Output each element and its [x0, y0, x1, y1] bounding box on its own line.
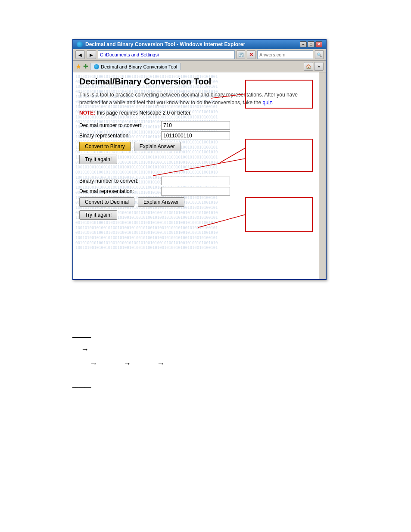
title-bar-left: Decimal and Binary Conversion Tool - Win… [77, 41, 245, 47]
close-button[interactable]: ✕ [315, 41, 322, 47]
favorites-star-icon[interactable]: ★ [75, 62, 81, 71]
minimize-button[interactable]: − [300, 41, 307, 47]
more-button[interactable]: » [314, 62, 324, 71]
quiz-link[interactable]: quiz [263, 100, 272, 106]
tab-label: Decimal and Binary Conversion Tool [101, 64, 177, 69]
decimal-input[interactable] [161, 121, 230, 130]
decimal-rep-input[interactable] [161, 187, 230, 196]
ie-icon [77, 41, 83, 47]
go-button[interactable]: 🔄 [237, 50, 245, 59]
explain-answer-button-2[interactable]: Explain Answer [138, 197, 184, 207]
forward-button[interactable]: ▶ [87, 50, 96, 59]
description-text: This is a tool to practice converting be… [79, 91, 320, 106]
arrow-multi-3: → [157, 359, 165, 368]
decimal-field-row: Decimal number to convert: [79, 121, 320, 130]
toolbar-row: ★ ✚ Decimal and Binary Conversion Tool 🏠… [73, 61, 326, 72]
back-button[interactable]: ◀ [75, 50, 85, 59]
below-browser-content: ______ → → → → ______ [72, 332, 331, 388]
browser-tab[interactable]: Decimal and Binary Conversion Tool [90, 63, 181, 70]
scrollbar[interactable] [319, 72, 326, 279]
content-inner: Decimal/Binary Conversion Tool This is a… [79, 77, 320, 224]
search-button[interactable]: 🔍 [315, 50, 324, 59]
note-line: NOTE: this page requires Netscape 2.0 or… [79, 110, 320, 116]
title-bar-buttons: − □ ✕ [300, 41, 322, 47]
search-input[interactable] [257, 50, 313, 59]
address-bar: ◀ ▶ C:\Documents and Settings\ 🔄 ✕ 🔍 [73, 49, 326, 61]
underline-2: ______ [72, 381, 331, 388]
binary-input-field-row: Binary number to convert: [79, 177, 320, 185]
address-input[interactable]: C:\Documents and Settings\ [98, 50, 235, 59]
browser-window: Decimal and Binary Conversion Tool - Win… [72, 39, 327, 280]
section-divider [79, 173, 320, 173]
arrow-row-multi: → → → [90, 359, 331, 368]
try-again-button-1[interactable]: Try it again! [79, 155, 117, 164]
decimal-rep-label: Decimal representation: [79, 188, 161, 194]
explain-answer-button-1[interactable]: Explain Answer [134, 142, 181, 151]
binary-input-label: Binary number to convert: [79, 178, 161, 184]
content-area: 1010010101001010010101001010010101001010… [73, 72, 326, 279]
page-title: Decimal/Binary Conversion Tool [79, 77, 320, 87]
underline-1: ______ [72, 332, 331, 338]
try-again-button-2[interactable]: Try it again! [79, 210, 117, 220]
decimal-label: Decimal number to convert: [79, 122, 161, 128]
convert-to-decimal-button[interactable]: Convert to Decimal [79, 197, 134, 207]
convert-binary-button-row: Convert to Binary Explain Answer [79, 142, 320, 151]
add-favorites-icon[interactable]: ✚ [83, 63, 88, 70]
decimal-rep-field-row: Decimal representation: [79, 187, 320, 196]
binary-rep-field-row: Binary representation: [79, 131, 320, 140]
arrow-symbol-1: → [81, 345, 89, 354]
stop-button[interactable]: ✕ [247, 50, 255, 59]
title-bar: Decimal and Binary Conversion Tool - Win… [73, 40, 326, 49]
binary-rep-label: Binary representation: [79, 133, 161, 139]
note-label: NOTE: [79, 110, 95, 116]
decimal-to-binary-section: Decimal number to convert: Binary repres… [79, 121, 320, 168]
maximize-button[interactable]: □ [308, 41, 314, 47]
binary-number-input[interactable] [161, 177, 230, 185]
arrow-multi-1: → [90, 359, 97, 368]
desc-end: . [272, 100, 274, 106]
convert-decimal-button-row: Convert to Decimal Explain Answer [79, 197, 320, 207]
tab-icon [94, 64, 99, 69]
note-text: this page requires Netscape 2.0 or bette… [97, 110, 192, 116]
window-title: Decimal and Binary Conversion Tool - Win… [85, 41, 245, 47]
home-button[interactable]: 🏠 [304, 62, 313, 71]
binary-to-decimal-section: Binary number to convert: Decimal repres… [79, 177, 320, 224]
binary-rep-input[interactable] [161, 131, 230, 140]
convert-to-binary-button[interactable]: Convert to Binary [79, 142, 131, 151]
arrow-multi-2: → [123, 359, 131, 368]
arrow-row-1: → [72, 345, 331, 354]
address-text: C:\Documents and Settings\ [100, 52, 159, 57]
